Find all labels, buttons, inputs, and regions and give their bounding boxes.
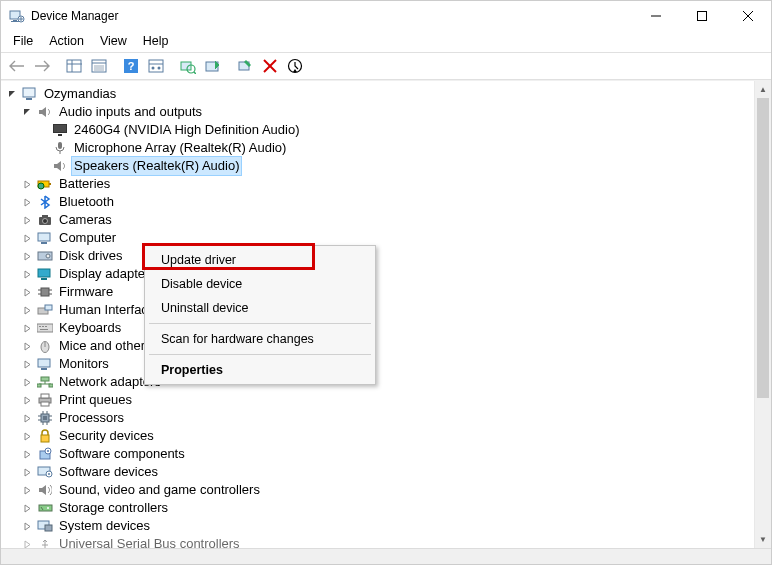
scroll-up-arrow-icon[interactable]: ▲	[755, 81, 771, 98]
tree-category-batteries[interactable]: Batteries	[5, 175, 771, 193]
tree-category-system[interactable]: System devices	[5, 517, 771, 535]
tree-device-audio-1[interactable]: Microphone Array (Realtek(R) Audio)	[5, 139, 771, 157]
tree-category-display[interactable]: Display adapters	[5, 265, 771, 283]
expand-toggle-icon[interactable]	[20, 501, 35, 516]
tree-category-mice[interactable]: Mice and other pointing devices	[5, 337, 771, 355]
context-menu-separator	[149, 323, 371, 324]
expand-toggle-icon[interactable]	[20, 411, 35, 426]
display-icon	[37, 266, 53, 282]
tree-category-network[interactable]: Network adapters	[5, 373, 771, 391]
vertical-scrollbar[interactable]: ▲ ▼	[754, 81, 771, 548]
software-component-icon	[37, 446, 53, 462]
expand-toggle-icon[interactable]	[20, 519, 35, 534]
expand-toggle-icon[interactable]	[20, 447, 35, 462]
tree-category-swdev[interactable]: Software devices	[5, 463, 771, 481]
expand-toggle-icon[interactable]	[20, 105, 35, 120]
toolbar-scan-hardware-button[interactable]	[176, 54, 200, 78]
expand-toggle-icon[interactable]	[20, 231, 35, 246]
expand-toggle-icon[interactable]	[20, 393, 35, 408]
mouse-icon	[37, 338, 53, 354]
close-button[interactable]	[725, 1, 771, 31]
tree-category-sound[interactable]: Sound, video and game controllers	[5, 481, 771, 499]
expand-toggle-icon[interactable]	[20, 213, 35, 228]
minimize-button[interactable]	[633, 1, 679, 31]
toolbar-show-hide-tree-button[interactable]	[62, 54, 86, 78]
tree-category-cameras[interactable]: Cameras	[5, 211, 771, 229]
svg-point-21	[158, 67, 161, 70]
expand-toggle-icon[interactable]	[20, 195, 35, 210]
tree-category-security[interactable]: Security devices	[5, 427, 771, 445]
sound-icon	[37, 482, 53, 498]
tree-category-bluetooth[interactable]: Bluetooth	[5, 193, 771, 211]
scroll-down-arrow-icon[interactable]: ▼	[755, 531, 771, 548]
expand-toggle-icon[interactable]	[20, 267, 35, 282]
expand-toggle-icon[interactable]	[20, 321, 35, 336]
expand-toggle-icon[interactable]	[5, 87, 20, 102]
expand-toggle-icon[interactable]	[20, 177, 35, 192]
tree-category-keyboards[interactable]: Keyboards	[5, 319, 771, 337]
context-menu-properties[interactable]: Properties	[147, 358, 373, 382]
svg-point-89	[48, 473, 50, 475]
scrollbar-thumb[interactable]	[757, 98, 769, 398]
menu-action[interactable]: Action	[41, 32, 92, 50]
expand-toggle-icon[interactable]	[20, 357, 35, 372]
tree-node-label: Storage controllers	[57, 499, 170, 517]
tree-node-label: Audio inputs and outputs	[57, 103, 204, 121]
tree-node-label: Microphone Array (Realtek(R) Audio)	[72, 139, 288, 157]
expand-toggle-icon[interactable]	[20, 483, 35, 498]
toolbar-enable-button[interactable]	[283, 54, 307, 78]
toolbar-properties-button[interactable]	[87, 54, 111, 78]
svg-rect-30	[23, 88, 35, 97]
expand-toggle-icon[interactable]	[20, 537, 35, 548]
maximize-button[interactable]	[679, 1, 725, 31]
tree-device-audio-0[interactable]: 2460G4 (NVIDIA High Definition Audio)	[5, 121, 771, 139]
menu-help[interactable]: Help	[135, 32, 177, 50]
tree-root[interactable]: Ozymandias	[5, 85, 771, 103]
menu-bar: File Action View Help	[1, 31, 771, 53]
device-tree[interactable]: Ozymandias Audio inputs and outputs 2460…	[1, 81, 771, 548]
tree-category-firmware[interactable]: Firmware	[5, 283, 771, 301]
expand-toggle-icon[interactable]	[20, 465, 35, 480]
context-menu-scan-hardware[interactable]: Scan for hardware changes	[147, 327, 373, 351]
svg-rect-60	[40, 329, 48, 330]
tree-node-label: Bluetooth	[57, 193, 116, 211]
hid-icon	[37, 302, 53, 318]
context-menu-uninstall-device[interactable]: Uninstall device	[147, 296, 373, 320]
tree-node-label: Print queues	[57, 391, 134, 409]
toolbar-disable-button[interactable]	[258, 54, 282, 78]
tree-category-computer[interactable]: Computer	[5, 229, 771, 247]
tree-category-processors[interactable]: Processors	[5, 409, 771, 427]
svg-rect-48	[41, 278, 47, 280]
svg-rect-65	[41, 377, 49, 381]
tree-category-printqueues[interactable]: Print queues	[5, 391, 771, 409]
toolbar-back-button[interactable]	[5, 54, 29, 78]
tree-category-diskdrives[interactable]: Disk drives	[5, 247, 771, 265]
tree-category-storage[interactable]: Storage controllers	[5, 499, 771, 517]
expand-toggle-icon[interactable]	[20, 303, 35, 318]
tree-category-hid[interactable]: Human Interface Devices	[5, 301, 771, 319]
expand-toggle-icon[interactable]	[20, 249, 35, 264]
storage-icon	[37, 500, 53, 516]
menu-file[interactable]: File	[5, 32, 41, 50]
svg-rect-63	[38, 359, 50, 367]
tree-category-usb[interactable]: Universal Serial Bus controllers	[5, 535, 771, 548]
tree-category-swcomp[interactable]: Software components	[5, 445, 771, 463]
expand-toggle-icon[interactable]	[20, 339, 35, 354]
toolbar-help-button[interactable]: ?	[119, 54, 143, 78]
context-menu-disable-device[interactable]: Disable device	[147, 272, 373, 296]
expand-toggle-icon[interactable]	[20, 285, 35, 300]
expand-toggle-icon[interactable]	[20, 429, 35, 444]
toolbar-update-driver-button[interactable]	[201, 54, 225, 78]
expand-toggle-icon[interactable]	[20, 375, 35, 390]
tree-category-monitors[interactable]: Monitors	[5, 355, 771, 373]
toolbar-uninstall-button[interactable]	[233, 54, 257, 78]
tree-node-label: Speakers (Realtek(R) Audio)	[72, 157, 241, 175]
menu-view[interactable]: View	[92, 32, 135, 50]
tree-category-audio[interactable]: Audio inputs and outputs	[5, 103, 771, 121]
context-menu-update-driver[interactable]: Update driver	[147, 248, 373, 272]
svg-point-39	[38, 183, 44, 189]
svg-rect-35	[58, 142, 62, 149]
tree-device-audio-2-selected[interactable]: Speakers (Realtek(R) Audio)	[5, 157, 771, 175]
toolbar-action-button[interactable]	[144, 54, 168, 78]
toolbar-forward-button[interactable]	[30, 54, 54, 78]
